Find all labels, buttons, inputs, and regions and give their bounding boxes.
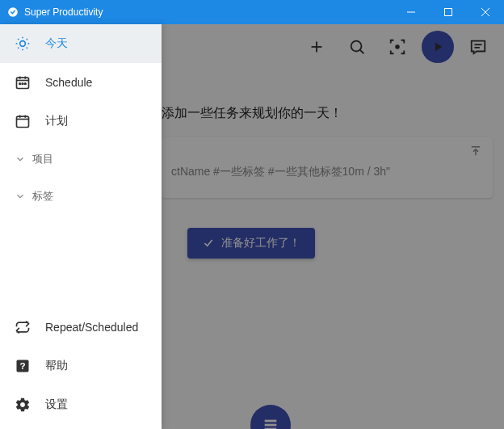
repeat-icon [15, 319, 31, 335]
sidebar-item-settings[interactable]: 设置 [0, 385, 162, 424]
gear-icon [15, 397, 31, 413]
sidebar-item-plan[interactable]: 计划 [0, 102, 162, 141]
svg-point-32 [25, 83, 27, 85]
window-title: Super Productivity [24, 6, 393, 18]
content-area: 添加一些任务来规划你的一天！ ctName #一些标签 #一些其他标签10m /… [0, 24, 504, 429]
sun-icon [15, 36, 31, 52]
sidebar-section-projects[interactable]: 项目 [0, 141, 162, 178]
calendar-icon [15, 113, 31, 129]
sidebar-section-label: 项目 [32, 152, 53, 166]
sidebar-item-label: 今天 [45, 36, 68, 51]
svg-line-25 [27, 39, 27, 40]
svg-point-17 [20, 41, 26, 47]
sidebar-item-label: Schedule [45, 76, 92, 89]
svg-text:?: ? [19, 360, 25, 371]
close-button[interactable] [467, 0, 504, 24]
chevron-down-icon [15, 191, 26, 202]
sidebar-section-tags[interactable]: 标签 [0, 178, 162, 215]
sidebar-item-label: 帮助 [45, 359, 68, 373]
sidebar-section-label: 标签 [32, 189, 53, 204]
sidebar-item-today[interactable]: 今天 [0, 24, 162, 63]
svg-rect-33 [17, 116, 29, 127]
sidebar-item-label: 设置 [45, 397, 68, 412]
sidebar: 今天 Schedule 计划 项目 标签 [0, 24, 162, 429]
app-icon [6, 6, 19, 19]
sidebar-item-label: 计划 [45, 114, 68, 128]
window-controls [393, 0, 504, 24]
help-icon: ? [15, 358, 31, 374]
sidebar-item-repeat[interactable]: Repeat/Scheduled [0, 308, 162, 347]
svg-point-30 [19, 83, 21, 85]
calendar-range-icon [15, 74, 31, 90]
svg-rect-2 [445, 9, 452, 16]
maximize-button[interactable] [430, 0, 467, 24]
minimize-button[interactable] [393, 0, 430, 24]
sidebar-item-help[interactable]: ? 帮助 [0, 347, 162, 385]
svg-line-24 [18, 48, 19, 48]
titlebar: Super Productivity [0, 0, 504, 24]
sidebar-item-schedule[interactable]: Schedule [0, 63, 162, 102]
svg-line-20 [18, 39, 19, 40]
svg-line-21 [27, 48, 27, 48]
chevron-down-icon [15, 154, 26, 165]
svg-point-31 [22, 83, 23, 85]
sidebar-item-label: Repeat/Scheduled [45, 321, 138, 334]
